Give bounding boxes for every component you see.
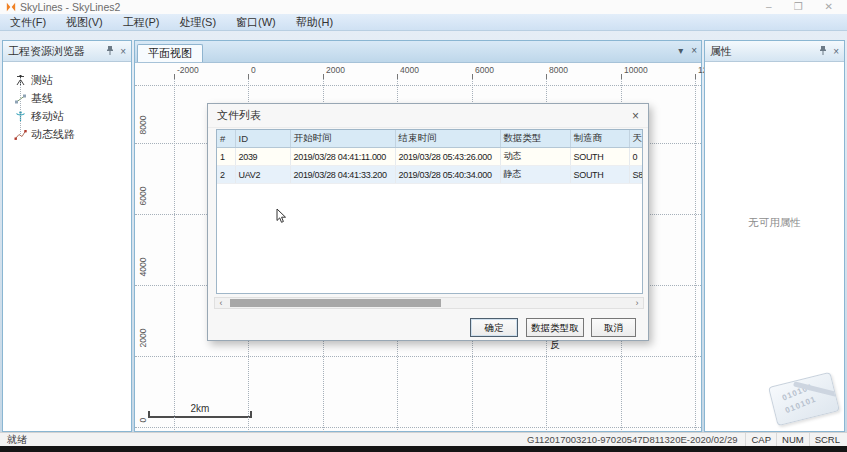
table-header-row: # ID 开始时间 结束时间 数据类型 制造商 天 <box>217 130 643 148</box>
scroll-right-icon[interactable]: › <box>631 298 643 308</box>
ruler-label: 4000 <box>400 65 419 75</box>
invert-data-type-button[interactable]: 数据类型取反 <box>526 318 584 337</box>
col-antenna[interactable]: 天 <box>629 130 643 148</box>
horizontal-scrollbar[interactable]: ‹ › <box>214 297 644 309</box>
col-end-time[interactable]: 结束时间 <box>395 130 500 148</box>
tab-plan-view[interactable]: 平面视图 <box>137 44 203 62</box>
ruler-label: 10000 <box>624 65 648 75</box>
ruler-y-label: 4000 <box>138 252 148 282</box>
mouse-cursor-icon <box>276 208 287 228</box>
gridline-vertical <box>695 79 696 432</box>
gridline-horizontal <box>135 85 701 86</box>
station-icon <box>14 74 27 87</box>
window-title: SkyLines - SkyLines2 <box>20 1 120 13</box>
letterbox-strip <box>0 446 847 452</box>
app-window: SkyLines - SkyLines2 – ❐ ✕ 文件(F)视图(V)工程(… <box>0 0 847 452</box>
scroll-left-icon[interactable]: ‹ <box>215 298 227 308</box>
table-cell: 2039 <box>235 148 290 166</box>
dialog-title-bar[interactable]: 文件列表 × <box>208 104 648 128</box>
maximize-button[interactable]: ❐ <box>794 0 803 14</box>
notepad-watermark: 010101 010101 <box>768 372 840 426</box>
ruler-label: 8000 <box>549 65 568 75</box>
table-cell: 2019/03/28 04:41:11.000 <box>290 148 395 166</box>
col-manufacturer[interactable]: 制造商 <box>570 130 629 148</box>
ruler-y-label: 6000 <box>138 181 148 211</box>
tree-item-label: 基线 <box>31 91 53 106</box>
properties-title: 属性 <box>710 44 732 59</box>
flag-num: NUM <box>776 433 809 446</box>
panel-close-icon[interactable]: × <box>833 46 839 57</box>
pin-icon[interactable] <box>106 46 114 57</box>
flag-scrl: SCRL <box>809 433 845 446</box>
table-row[interactable]: 120392019/03/28 04:41:11.0002019/03/28 0… <box>217 148 643 166</box>
tree-item-label: 测站 <box>31 73 53 88</box>
license-text: G112017003210-97020547D811320E-2020/02/2… <box>527 434 745 445</box>
scale-bar: 2km <box>148 403 252 418</box>
flag-cap: CAP <box>745 433 776 446</box>
menu-item-5[interactable]: 帮助(H) <box>286 14 343 30</box>
title-bar: SkyLines - SkyLines2 – ❐ ✕ <box>0 0 847 14</box>
table-cell: 1 <box>217 148 235 166</box>
col-start-time[interactable]: 开始时间 <box>290 130 395 148</box>
ruler-label: 6000 <box>475 65 494 75</box>
app-logo-icon <box>6 2 16 12</box>
table-cell: 2019/03/28 04:41:33.200 <box>290 166 395 184</box>
rover-icon <box>14 110 27 123</box>
no-properties-text: 无可用属性 <box>705 216 844 230</box>
close-button[interactable]: ✕ <box>825 0 833 14</box>
gridline-horizontal <box>135 356 701 357</box>
gridline-vertical <box>174 79 175 432</box>
panel-close-icon[interactable]: × <box>120 46 126 57</box>
ruler-label: 2000 <box>326 65 345 75</box>
sidebar-item-baseline[interactable]: 基线 <box>3 89 131 107</box>
menu-item-2[interactable]: 工程(P) <box>113 14 170 30</box>
col-id[interactable]: ID <box>235 130 290 148</box>
properties-panel: 属性 × 无可用属性 010101 010101 <box>704 40 845 432</box>
view-tab-strip: 平面视图 ▾ × <box>135 41 701 63</box>
ruler-y-label: 0 <box>138 405 148 432</box>
resource-tree: 测站 基线 移动站 动态线路 <box>3 62 131 143</box>
sidebar-item-station[interactable]: 测站 <box>3 71 131 89</box>
col-data-type[interactable]: 数据类型 <box>500 130 570 148</box>
menu-item-3[interactable]: 处理(S) <box>169 14 226 30</box>
dialog-close-icon[interactable]: × <box>632 109 639 123</box>
ruler-label: 0 <box>251 65 256 75</box>
cancel-button[interactable]: 取消 <box>591 318 636 337</box>
ok-button[interactable]: 确定 <box>470 318 518 337</box>
table-cell: 2019/03/28 05:40:34.000 <box>395 166 500 184</box>
menu-item-4[interactable]: 窗口(W) <box>226 14 286 30</box>
menu-bar: 文件(F)视图(V)工程(P)处理(S)窗口(W)帮助(H) <box>0 14 847 31</box>
project-resource-header: 工程资源浏览器 × <box>3 41 131 62</box>
col-index[interactable]: # <box>217 130 235 148</box>
status-bar: 就绪 G112017003210-97020547D811320E-2020/0… <box>0 432 847 446</box>
table-cell: UAV2 <box>235 166 290 184</box>
properties-header: 属性 × <box>705 41 844 62</box>
project-resource-title: 工程资源浏览器 <box>8 44 85 59</box>
menu-item-1[interactable]: 视图(V) <box>56 14 113 30</box>
gridline-horizontal <box>135 427 701 428</box>
minimize-button[interactable]: – <box>766 0 772 14</box>
tree-item-label: 移动站 <box>31 109 64 124</box>
tab-dropdown-icon[interactable]: ▾ <box>678 45 683 56</box>
ruler-label: -2000 <box>177 65 199 75</box>
file-table: # ID 开始时间 结束时间 数据类型 制造商 天 120392019/03/2… <box>217 130 643 184</box>
table-cell: 动态 <box>500 148 570 166</box>
ruler-y-label: 2000 <box>138 323 148 353</box>
table-cell: 2019/03/28 05:43:26.000 <box>395 148 500 166</box>
table-cell: 2 <box>217 166 235 184</box>
tab-close-icon[interactable]: × <box>691 45 697 56</box>
status-text: 就绪 <box>0 433 27 447</box>
tree-item-label: 动态线路 <box>31 127 75 142</box>
route-icon <box>14 128 27 141</box>
table-cell: 静态 <box>500 166 570 184</box>
baseline-icon <box>14 92 27 105</box>
keyboard-flags: CAPNUMSCRL <box>745 433 845 446</box>
pin-icon[interactable] <box>819 46 827 57</box>
table-cell: 0 <box>629 148 643 166</box>
sidebar-item-dynamic-route[interactable]: 动态线路 <box>3 125 131 143</box>
dialog-title: 文件列表 <box>217 108 261 123</box>
scrollbar-thumb[interactable] <box>230 299 441 307</box>
sidebar-item-rover[interactable]: 移动站 <box>3 107 131 125</box>
menu-item-0[interactable]: 文件(F) <box>0 14 56 30</box>
table-row[interactable]: 2UAV22019/03/28 04:41:33.2002019/03/28 0… <box>217 166 643 184</box>
